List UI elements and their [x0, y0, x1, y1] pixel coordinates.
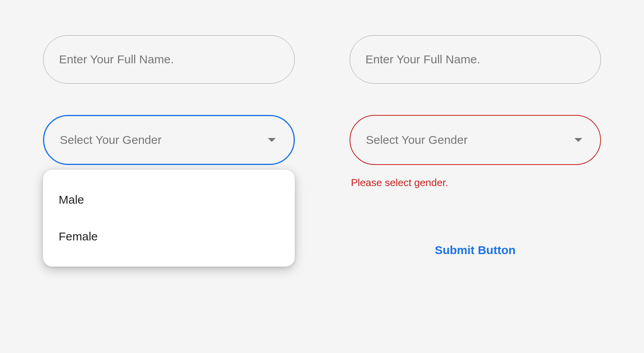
gender-select-right[interactable]: Select Your Gender: [350, 115, 601, 165]
gender-option-male[interactable]: Male: [43, 181, 295, 218]
full-name-input-right[interactable]: [350, 35, 601, 84]
caret-down-icon: [574, 138, 582, 142]
gender-select-label-right: Select Your Gender: [366, 133, 468, 147]
form-container: Select Your Gender Male Female Select Yo…: [0, 0, 644, 261]
submit-button[interactable]: Submit Button: [427, 240, 524, 261]
gender-select-label-left: Select Your Gender: [60, 133, 161, 147]
caret-down-icon: [268, 138, 276, 142]
gender-select-wrapper-right: Select Your Gender Please select gender.: [350, 115, 601, 189]
gender-error-message: Please select gender.: [350, 177, 601, 189]
left-form-column: Select Your Gender Male Female: [43, 35, 295, 261]
gender-select-wrapper-left: Select Your Gender Male Female: [43, 115, 295, 165]
right-form-column: Select Your Gender Please select gender.…: [350, 35, 601, 261]
gender-dropdown-menu: Male Female: [43, 170, 295, 267]
gender-option-female[interactable]: Female: [43, 218, 295, 255]
gender-select-left[interactable]: Select Your Gender: [43, 115, 295, 165]
full-name-input-left[interactable]: [43, 35, 295, 84]
